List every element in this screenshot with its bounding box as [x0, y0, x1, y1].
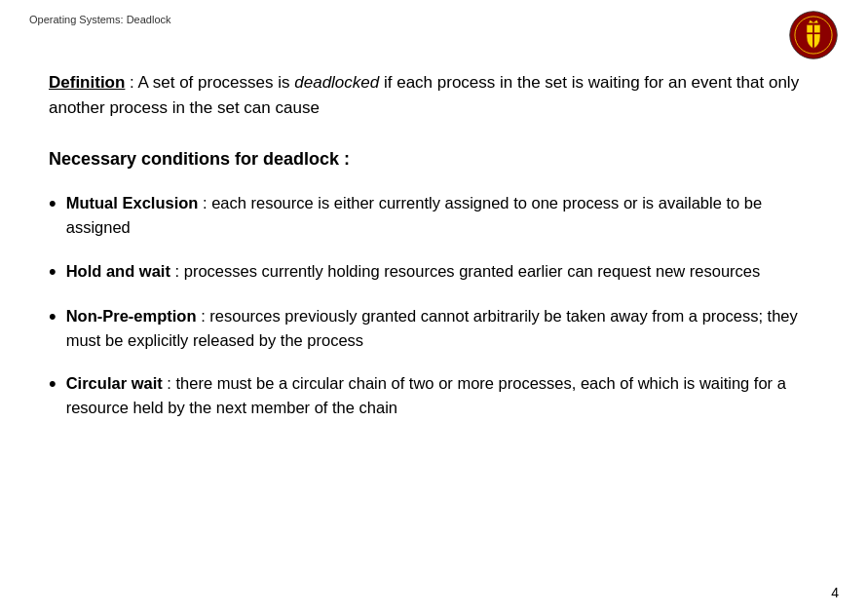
university-logo [788, 10, 839, 60]
definition-text-before: : A set of processes is [125, 73, 294, 92]
page-number: 4 [831, 585, 839, 600]
condition-content: Mutual Exclusion : each resource is eith… [66, 191, 819, 240]
list-item: • Mutual Exclusion : each resource is ei… [49, 191, 819, 240]
condition-content: Hold and wait : processes currently hold… [66, 259, 819, 284]
condition-term: Hold and wait [66, 262, 170, 280]
slide-header: Operating Systems: Deadlock [29, 10, 839, 60]
bullet-icon: • [49, 259, 57, 285]
condition-term: Mutual Exclusion [66, 194, 199, 211]
condition-content: Non-Pre-emption : resources previously g… [66, 304, 819, 353]
list-item: • Hold and wait : processes currently ho… [49, 259, 819, 285]
definition-italic-word: deadlocked [294, 73, 379, 92]
condition-content: Circular wait : there must be a circular… [66, 371, 819, 420]
condition-term: Non-Pre-emption [66, 307, 197, 325]
bullet-icon: • [49, 371, 57, 397]
slide-title: Operating Systems: Deadlock [29, 10, 171, 25]
section-heading: Necessary conditions for deadlock : [49, 149, 819, 170]
condition-description: : processes currently holding resources … [170, 262, 760, 280]
definition-label: Definition [49, 73, 125, 92]
bullet-icon: • [49, 304, 57, 329]
condition-description: : there must be a circular chain of two … [66, 374, 786, 416]
list-item: • Circular wait : there must be a circul… [49, 371, 819, 420]
condition-term: Circular wait [66, 374, 163, 392]
slide-content: Definition : A set of processes is deadl… [29, 70, 839, 420]
conditions-list: • Mutual Exclusion : each resource is ei… [49, 191, 819, 420]
definition-block: Definition : A set of processes is deadl… [49, 70, 819, 120]
list-item: • Non-Pre-emption : resources previously… [49, 304, 819, 353]
bullet-icon: • [49, 191, 57, 216]
definition-paragraph: Definition : A set of processes is deadl… [49, 70, 819, 120]
slide-container: Operating Systems: Deadlock Definition :… [0, 0, 868, 614]
